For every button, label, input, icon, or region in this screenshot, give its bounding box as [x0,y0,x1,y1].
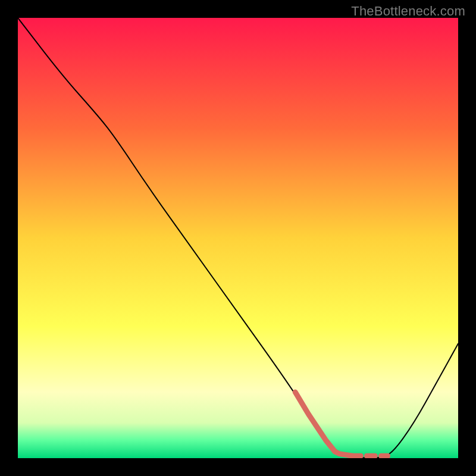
chart-background-gradient [18,18,458,458]
chart-svg [18,18,458,458]
chart-plot-area [18,18,458,458]
attribution-text: TheBottleneck.com [351,4,465,19]
